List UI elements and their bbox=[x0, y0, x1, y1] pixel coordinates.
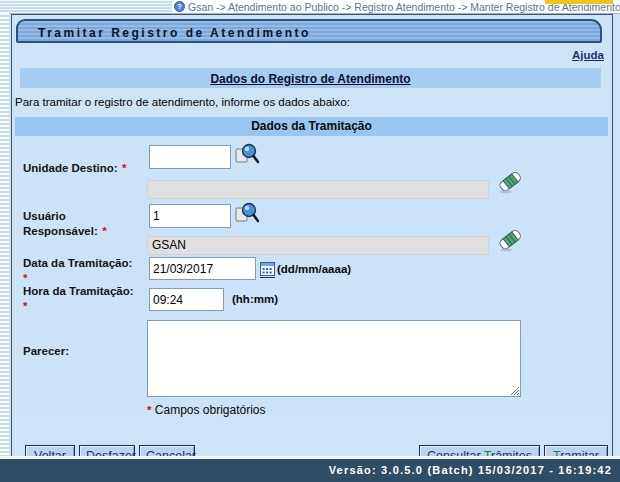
yellow-accent-strip bbox=[545, 0, 613, 4]
hora-tramitacao-label: Hora da Tramitação: * bbox=[23, 283, 134, 313]
tramitacao-panel-title: Dados da Tramitação bbox=[15, 117, 608, 136]
unidade-destino-search-icon[interactable] bbox=[235, 142, 259, 168]
registro-section-bar: Dados do Registro de Atendimento bbox=[20, 68, 601, 88]
instruction-text: Para tramitar o registro de atendimento,… bbox=[15, 96, 350, 108]
parecer-label: Parecer: bbox=[23, 345, 69, 357]
usuario-responsavel-search-icon[interactable] bbox=[235, 201, 259, 227]
ajuda-help-link[interactable]: Ajuda bbox=[572, 49, 604, 61]
version-text: Versão: 3.0.5.0 (Batch) 15/03/2017 - 16:… bbox=[329, 464, 612, 476]
unidade-destino-label: Unidade Destino: * bbox=[23, 158, 127, 176]
data-tramitacao-input[interactable] bbox=[149, 257, 256, 280]
usuario-responsavel-description: GSAN bbox=[147, 236, 489, 255]
main-panel: Tramitar Registro de Atendimento Ajuda D… bbox=[11, 14, 613, 458]
required-asterisk: * bbox=[23, 300, 27, 312]
required-asterisk: * bbox=[147, 404, 151, 416]
gsan-page: ? Gsan -> Atendimento ao Publico -> Regi… bbox=[0, 0, 620, 482]
usuario-responsavel-label: Usuário Responsável: * bbox=[23, 208, 107, 238]
usuario-responsavel-eraser-icon[interactable] bbox=[498, 225, 524, 253]
usuario-responsavel-input[interactable] bbox=[149, 204, 231, 228]
unidade-destino-eraser-icon[interactable] bbox=[498, 167, 524, 195]
svg-text:?: ? bbox=[177, 2, 182, 11]
unidade-destino-description bbox=[147, 180, 489, 199]
parecer-textarea[interactable] bbox=[147, 320, 521, 397]
data-tramitacao-label: Data da Tramitação: * bbox=[23, 255, 132, 285]
unidade-destino-input[interactable] bbox=[149, 145, 231, 169]
calendar-icon[interactable] bbox=[260, 262, 275, 278]
help-question-icon[interactable]: ? bbox=[174, 1, 185, 12]
required-asterisk: * bbox=[102, 225, 106, 237]
tramitacao-panel: Dados da Tramitação Unidade Destino: * bbox=[15, 117, 608, 419]
page-title: Tramitar Registro de Atendimento bbox=[16, 19, 602, 43]
hora-format-hint: (hh:mm) bbox=[232, 293, 278, 305]
data-format-hint: (dd/mm/aaaa) bbox=[277, 263, 351, 275]
dados-registro-link[interactable]: Dados do Registro de Atendimento bbox=[210, 72, 410, 86]
topbar-gradient bbox=[0, 0, 172, 13]
version-footer-bar: Versão: 3.0.5.0 (Batch) 15/03/2017 - 16:… bbox=[0, 459, 620, 482]
required-asterisk: * bbox=[122, 162, 126, 174]
textarea-resize-handle-icon[interactable] bbox=[510, 386, 520, 396]
hora-tramitacao-input[interactable] bbox=[149, 288, 224, 311]
required-fields-note: * Campos obrigatórios bbox=[147, 403, 266, 417]
left-striped-border bbox=[0, 13, 9, 459]
